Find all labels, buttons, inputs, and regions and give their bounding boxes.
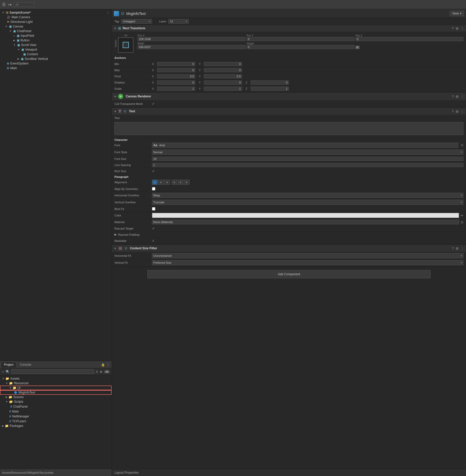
- rot-y-input[interactable]: [204, 80, 242, 85]
- rect-preset-icon[interactable]: ⊞: [456, 26, 459, 30]
- hierarchy-item-scrollview[interactable]: ▼ ▣ Scroll View: [0, 43, 112, 47]
- canvas-renderer-header[interactable]: ▼ 👁 Canvas Renderer ? ⊞ ⋮: [112, 93, 466, 100]
- reset-r-button[interactable]: R: [355, 46, 359, 49]
- color-field[interactable]: [152, 213, 459, 218]
- rect-help-icon[interactable]: ?: [452, 26, 454, 30]
- pivot-x-input[interactable]: [157, 74, 195, 78]
- rect-transform-header[interactable]: ▼ ⊞ Rect Transform ? ⊞ ⋮: [112, 25, 466, 32]
- min-x-input[interactable]: [157, 62, 195, 66]
- hierarchy-item-scrollbar[interactable]: ▶ ▣ Scrollbar Vertical: [0, 57, 112, 61]
- scale-z-input[interactable]: [251, 87, 289, 91]
- cull-checkmark[interactable]: ✓: [152, 102, 155, 106]
- checkbox-enabled[interactable]: ☑: [121, 12, 124, 15]
- text-help-icon[interactable]: ?: [452, 109, 454, 113]
- font-style-dropdown[interactable]: Normal ▾: [152, 150, 463, 155]
- pos-x-input[interactable]: [138, 37, 246, 41]
- object-name[interactable]: MsgInfoText: [126, 12, 146, 16]
- color-edit-icon[interactable]: ✏: [461, 214, 463, 217]
- tag-dropdown[interactable]: Untagged ▾: [121, 19, 152, 24]
- min-y-input[interactable]: [204, 62, 242, 66]
- rot-z-input[interactable]: [251, 80, 289, 85]
- proj-resources[interactable]: ▼ 📁 Resources: [0, 381, 112, 386]
- hierarchy-item-viewport[interactable]: ▼ ▣ Viewport: [0, 47, 112, 52]
- search-icon[interactable]: 🔍: [6, 370, 10, 374]
- vert-fit-dropdown[interactable]: Preferred Size ▾: [152, 260, 463, 265]
- canvas-help-icon[interactable]: ?: [452, 95, 454, 98]
- font-field[interactable]: Aa Arial: [152, 143, 458, 148]
- rot-x-input[interactable]: [157, 80, 195, 85]
- font-pick-icon[interactable]: ⊙: [461, 143, 463, 147]
- proj-chatpanel-script[interactable]: # ChatPanel: [0, 404, 112, 409]
- raycast-target-checkmark[interactable]: ✓: [152, 226, 155, 230]
- text-preset-icon[interactable]: ⊞: [456, 109, 459, 113]
- layer-dropdown[interactable]: UI ▾: [168, 19, 189, 24]
- maskable-checkmark[interactable]: ✓: [152, 239, 155, 243]
- material-field[interactable]: None (Material): [152, 220, 459, 224]
- pivot-y-input[interactable]: [204, 74, 242, 78]
- project-search-input[interactable]: [11, 369, 94, 374]
- horiz-fit-dropdown[interactable]: Unconstrained ▾: [152, 253, 463, 258]
- proj-main-script[interactable]: # Main: [0, 409, 112, 414]
- font-size-input[interactable]: [152, 157, 463, 161]
- proj-assets[interactable]: ▼ 📁 Assets: [0, 376, 112, 381]
- hierarchy-item-inputfield[interactable]: ▷ ▣ InputField: [0, 33, 112, 38]
- csf-enabled-checkbox[interactable]: ☑: [125, 247, 127, 250]
- horiz-overflow-dropdown[interactable]: Wrap ▾: [152, 193, 463, 198]
- search-input[interactable]: [14, 2, 34, 7]
- hierarchy-item-main[interactable]: ⊕ Main: [0, 66, 112, 70]
- align-top-right-btn[interactable]: ≡: [164, 180, 170, 185]
- hierarchy-item-content[interactable]: ▣ Content: [0, 52, 112, 57]
- csf-help-icon[interactable]: ?: [452, 246, 454, 250]
- more-options-icon[interactable]: ⋮: [106, 363, 110, 367]
- text-header[interactable]: ▼ T ☑ Text ? ⊞ ⋮: [112, 108, 466, 115]
- content-size-fitter-header[interactable]: ▼ ⊟ ☑ Content Size Fitter ? ⊞ ⋮: [112, 245, 466, 252]
- hierarchy-item-button[interactable]: ▶ ▣ Button: [0, 38, 112, 43]
- hierarchy-item-dir-light[interactable]: ☀ Directional Light: [0, 20, 112, 24]
- width-input[interactable]: [138, 45, 246, 49]
- text-enabled-checkbox[interactable]: ☑: [124, 110, 126, 113]
- favorite-icon[interactable]: ★: [100, 370, 103, 374]
- static-dropdown[interactable]: Static ▾: [450, 11, 464, 16]
- add-folder-icon[interactable]: +: [2, 370, 4, 374]
- canvas-preset-icon[interactable]: ⊞: [456, 95, 459, 98]
- scene-root[interactable]: ▼ ⊞ SampleScene* ⋮: [0, 10, 112, 15]
- lock-icon[interactable]: 🔒: [101, 363, 105, 367]
- canvas-more-icon[interactable]: ⋮: [461, 95, 464, 98]
- rich-text-checkmark[interactable]: ✓: [152, 169, 155, 173]
- proj-netmanager-script[interactable]: # NetManager: [0, 414, 112, 419]
- csf-more-icon[interactable]: ⋮: [461, 246, 464, 250]
- height-input[interactable]: [247, 45, 355, 49]
- proj-scenes[interactable]: ▶ 📁 Scenes: [0, 395, 112, 399]
- align-mid-right-btn[interactable]: ≡: [184, 180, 190, 185]
- proj-scripts[interactable]: ▼ 📁 Scripts: [0, 399, 112, 404]
- rect-more-icon[interactable]: ⋮: [461, 26, 464, 30]
- scene-options-icon[interactable]: ⋮: [106, 11, 110, 14]
- hierarchy-item-canvas[interactable]: ▼ ▣ Canvas: [0, 24, 112, 29]
- text-value-input[interactable]: [114, 122, 463, 135]
- best-fit-checkbox[interactable]: [152, 207, 155, 210]
- hierarchy-item-eventsystem[interactable]: ⊕ EventSystem: [0, 61, 112, 66]
- proj-ui[interactable]: ▼ 📁 UI: [0, 386, 112, 390]
- align-geometry-checkbox[interactable]: [152, 187, 155, 190]
- align-top-left-btn[interactable]: ≡: [152, 180, 158, 185]
- material-pick-icon[interactable]: ⊙: [461, 220, 463, 224]
- proj-msginfo[interactable]: 🔷 MsgInfoText: [0, 390, 112, 395]
- hierarchy-item-chatpanel[interactable]: ▼ ▣ ChatPanel: [0, 29, 112, 33]
- add-component-button[interactable]: Add Component: [147, 270, 431, 278]
- proj-packages[interactable]: ▶ 📁 Packages: [0, 424, 112, 428]
- align-top-center-btn[interactable]: ≡: [158, 180, 164, 185]
- text-more-icon[interactable]: ⋮: [461, 109, 464, 113]
- vert-overflow-dropdown[interactable]: Truncate ▾: [152, 200, 463, 205]
- menu-icon[interactable]: ☰: [2, 2, 6, 7]
- anchor-widget[interactable]: [118, 37, 133, 53]
- align-mid-left-btn[interactable]: ≡: [172, 180, 177, 185]
- max-y-input[interactable]: [204, 68, 242, 72]
- plus-icon[interactable]: +▾: [8, 3, 12, 7]
- csf-preset-icon[interactable]: ⊞: [456, 246, 459, 250]
- tab-console[interactable]: Console: [17, 362, 34, 367]
- max-x-input[interactable]: [157, 68, 195, 72]
- scale-x-input[interactable]: [157, 87, 195, 91]
- line-spacing-input[interactable]: [152, 163, 463, 167]
- pos-z-input[interactable]: [355, 37, 463, 41]
- pos-y-input[interactable]: [247, 37, 355, 41]
